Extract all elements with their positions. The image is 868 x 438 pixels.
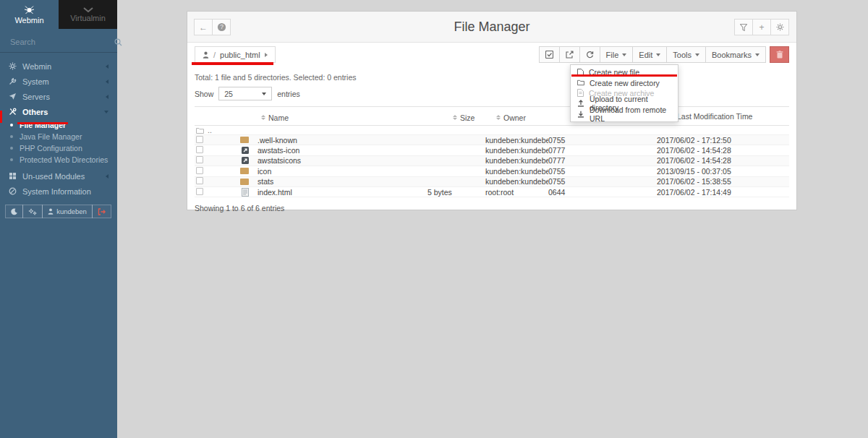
sidebar-item-label: Un-used Modules: [22, 172, 85, 181]
tab-webmin[interactable]: Webmin: [0, 0, 59, 29]
filter-button[interactable]: [734, 19, 753, 35]
page-size-select[interactable]: 25: [218, 87, 272, 100]
table-row: awstatsicons kundeben:kundeben 0777 2017…: [195, 156, 789, 166]
action-toolbar: File Edit Tools Bookmarks: [540, 46, 789, 63]
menu-item-label: Download from remote URL: [590, 106, 671, 123]
caret-expanded-icon: [104, 111, 109, 113]
sidebar-item-system-information[interactable]: System Information: [0, 184, 117, 199]
refresh-button[interactable]: [579, 46, 600, 63]
file-perms-cell: 0755: [548, 167, 657, 176]
sidebar-item-servers[interactable]: Servers: [0, 89, 117, 104]
sidebar-item-protected-web-directories[interactable]: Protected Web Directories: [0, 154, 117, 166]
page-title: File Manager: [187, 12, 796, 42]
row-checkbox[interactable]: [196, 167, 203, 174]
show-label: Show: [195, 90, 213, 98]
sidebar-item-file-manager[interactable]: File Manager: [0, 119, 117, 131]
sidebar-item-label: Servers: [22, 93, 50, 101]
export-button[interactable]: [559, 46, 580, 63]
file-icon: [242, 188, 249, 197]
search-icon[interactable]: [114, 38, 122, 46]
sort-owner-header[interactable]: Owner: [496, 113, 526, 122]
row-checkbox[interactable]: [196, 146, 203, 153]
file-name-link[interactable]: awstatsicons: [258, 156, 301, 165]
sidebar-bottom-controls: kundeben: [0, 205, 117, 218]
sidebar-item-java-file-manager[interactable]: Java File Manager: [0, 131, 117, 142]
row-checkbox[interactable]: [196, 136, 203, 143]
file-name-link[interactable]: awstats-icon: [258, 146, 299, 155]
caret-collapsed-icon: [106, 174, 109, 179]
symlink-icon: [242, 147, 249, 154]
sort-icon: [496, 115, 501, 120]
file-mtime-cell: 2017/06/02 - 15:38:55: [657, 177, 791, 186]
table-row: icon kundeben:kundeben 0755 2013/09/15 -…: [195, 166, 789, 176]
parent-directory-row[interactable]: ..: [195, 126, 789, 135]
sidebar-item-webmin[interactable]: Webmin: [0, 59, 117, 74]
file-name-link[interactable]: icon: [258, 167, 271, 176]
entries-label: entries: [277, 90, 300, 98]
row-checkbox[interactable]: [196, 156, 203, 163]
caret-down-icon: [656, 53, 660, 56]
sort-size-header[interactable]: Size: [453, 113, 475, 122]
file-owner-cell: kundeben:kundeben: [485, 167, 548, 176]
file-owner-cell: kundeben:kundeben: [485, 146, 548, 155]
file-mtime-cell: 2017/06/02 - 17:14:49: [657, 188, 791, 197]
parent-directory-label: ..: [208, 126, 212, 134]
sort-name-header[interactable]: Name: [261, 113, 289, 122]
trash-icon: [776, 51, 783, 59]
settings-button[interactable]: [770, 19, 789, 35]
download-icon: [577, 111, 584, 118]
folder-open-icon: [196, 127, 204, 134]
row-checkbox[interactable]: [196, 177, 203, 184]
bullet-icon: [10, 135, 13, 138]
page-size-value: 25: [224, 90, 233, 98]
pagination-status: Showing 1 to 6 of 6 entries: [195, 204, 789, 212]
tools-menu-button[interactable]: Tools: [666, 46, 706, 63]
annotation-file-manager-underline: [17, 122, 68, 124]
night-mode-button[interactable]: [5, 205, 23, 218]
delete-button[interactable]: [770, 46, 789, 63]
caret-collapsed-icon: [106, 64, 109, 69]
file-menu-dropdown: Create new file Create new directory Cre…: [570, 64, 678, 122]
file-mtime-cell: 2017/06/02 - 17:12:50: [657, 136, 791, 145]
caret-collapsed-icon: [106, 80, 109, 84]
row-checkbox[interactable]: [196, 188, 203, 195]
webmin-config-button[interactable]: [22, 205, 43, 218]
add-button[interactable]: +: [752, 19, 771, 35]
sort-icon: [261, 115, 265, 120]
folder-icon: [240, 179, 249, 185]
file-mtime-cell: 2017/06/02 - 14:54:28: [657, 156, 791, 165]
sort-icon: [453, 115, 457, 120]
logout-button[interactable]: [92, 205, 111, 218]
file-perms-cell: 0644: [548, 188, 657, 197]
file-menu-label: File: [606, 51, 619, 59]
sidebar-item-unused-modules[interactable]: Un-used Modules: [0, 168, 117, 184]
breadcrumb[interactable]: / public_html: [195, 46, 276, 63]
select-all-button[interactable]: [539, 46, 560, 63]
table-row: stats kundeben:kundeben 0755 2017/06/02 …: [195, 177, 789, 187]
user-icon: [48, 208, 54, 215]
file-name-link[interactable]: stats: [258, 177, 273, 186]
sidebar-item-system[interactable]: System: [0, 74, 117, 89]
panel-toolbar: / public_html File: [187, 46, 796, 68]
sidebar-item-others[interactable]: Others: [0, 104, 117, 119]
edit-menu-label: Edit: [639, 51, 652, 59]
edit-menu-button[interactable]: Edit: [632, 46, 667, 63]
modules-icon: [9, 172, 22, 180]
tab-virtualmin[interactable]: Virtualmin: [59, 0, 117, 29]
sort-mtime-header[interactable]: Last Modification Time: [677, 112, 752, 121]
menu-item-download-from-remote-url[interactable]: Download from remote URL: [571, 109, 678, 119]
annotation-breadcrumb-underline: [192, 62, 273, 65]
table-header-row: Name Size Owner Last Modification Time: [195, 106, 789, 126]
file-name-link[interactable]: .well-known: [258, 136, 297, 145]
sidebar-subitem-label: Protected Web Directories: [20, 155, 108, 164]
bookmarks-menu-button[interactable]: Bookmarks: [705, 46, 766, 63]
paper-plane-icon: [9, 93, 22, 100]
search-input[interactable]: [9, 37, 114, 47]
sidebar-item-php-configuration[interactable]: PHP Configuration: [0, 142, 117, 154]
user-button[interactable]: kundeben: [42, 205, 93, 218]
file-name-link[interactable]: index.html: [258, 188, 292, 197]
breadcrumb-path: public_html: [220, 51, 260, 59]
select-all-icon: [545, 51, 553, 59]
file-menu-button[interactable]: File: [600, 46, 634, 63]
menu-item-create-new-directory[interactable]: Create new directory: [571, 77, 678, 87]
